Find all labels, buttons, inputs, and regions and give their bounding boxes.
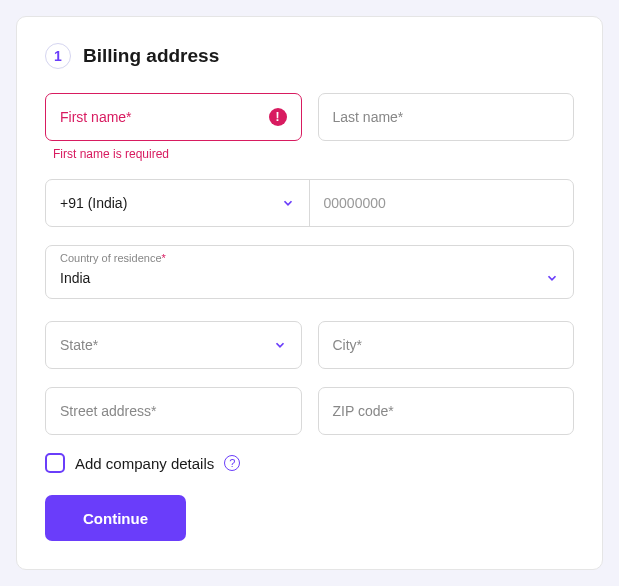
zip-placeholder: ZIP code* (333, 403, 560, 419)
first-name-error-message: First name is required (45, 147, 302, 161)
chevron-down-icon (281, 196, 295, 210)
first-name-field[interactable]: First name* ! (45, 93, 302, 141)
country-code-select[interactable]: +91 (India) (46, 180, 310, 226)
city-field[interactable]: City* (318, 321, 575, 369)
country-select[interactable]: Country of residence* India (45, 245, 574, 299)
chevron-down-icon (273, 338, 287, 352)
billing-address-card: 1 Billing address First name* ! First na… (16, 16, 603, 570)
last-name-field[interactable]: Last name* (318, 93, 575, 141)
company-details-checkbox[interactable] (45, 453, 65, 473)
last-name-placeholder: Last name* (333, 109, 560, 125)
street-placeholder: Street address* (60, 403, 287, 419)
section-header: 1 Billing address (45, 43, 574, 69)
continue-button[interactable]: Continue (45, 495, 186, 541)
phone-placeholder: 00000000 (324, 195, 386, 211)
street-address-field[interactable]: Street address* (45, 387, 302, 435)
error-icon: ! (269, 108, 287, 126)
state-select[interactable]: State* (45, 321, 302, 369)
step-number-badge: 1 (45, 43, 71, 69)
state-placeholder: State* (60, 337, 273, 353)
phone-number-field[interactable]: 00000000 (310, 180, 574, 226)
country-label: Country of residence* (60, 252, 166, 264)
company-details-row: Add company details ? (45, 453, 574, 473)
country-code-value: +91 (India) (60, 195, 281, 211)
country-value: India (60, 270, 545, 286)
help-icon[interactable]: ? (224, 455, 240, 471)
first-name-placeholder: First name* (60, 109, 269, 125)
city-placeholder: City* (333, 337, 560, 353)
company-details-label: Add company details (75, 455, 214, 472)
phone-row: +91 (India) 00000000 (45, 179, 574, 227)
zip-code-field[interactable]: ZIP code* (318, 387, 575, 435)
page-title: Billing address (83, 45, 219, 67)
chevron-down-icon (545, 271, 559, 285)
